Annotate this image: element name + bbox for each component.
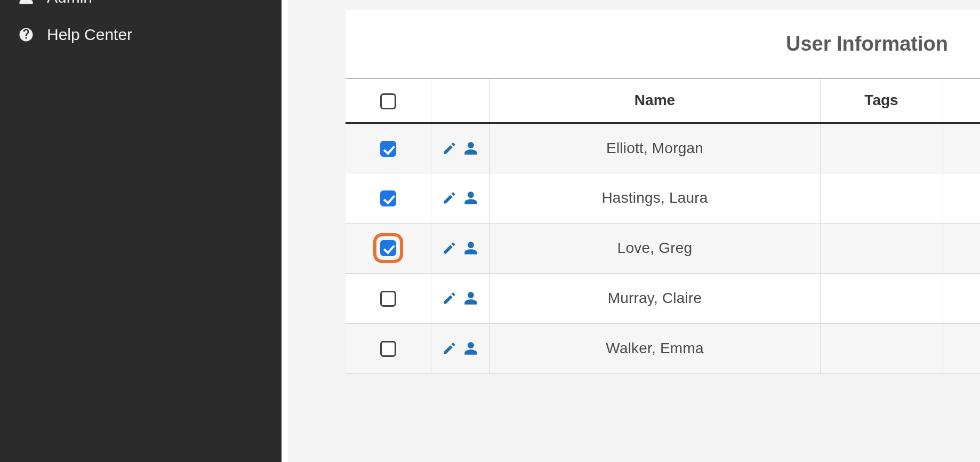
row-checkbox[interactable] bbox=[380, 190, 396, 206]
edit-icon[interactable] bbox=[442, 190, 457, 205]
edit-icon[interactable] bbox=[442, 141, 457, 156]
cell-name[interactable]: Walker, Emma bbox=[489, 323, 820, 373]
column-header-rest bbox=[943, 79, 980, 123]
cell-tags bbox=[820, 223, 943, 273]
cell-rest bbox=[943, 223, 980, 273]
column-header-actions bbox=[431, 79, 489, 123]
checkbox-highlight-ring bbox=[373, 233, 403, 263]
table-row: Hastings, Laura bbox=[346, 173, 980, 223]
table-header-row: Name Tags bbox=[346, 79, 980, 123]
help-icon bbox=[18, 27, 34, 43]
user-icon[interactable] bbox=[463, 291, 478, 306]
cell-rest bbox=[943, 323, 980, 373]
user-icon[interactable] bbox=[463, 341, 478, 356]
column-header-name[interactable]: Name bbox=[489, 79, 820, 123]
cell-tags bbox=[820, 323, 943, 373]
user-icon bbox=[18, 0, 34, 5]
cell-actions bbox=[431, 173, 489, 223]
table-row: Murray, Claire bbox=[346, 273, 980, 323]
cell-tags bbox=[820, 123, 943, 173]
column-header-tags[interactable]: Tags bbox=[820, 79, 943, 123]
panel-header: User Information bbox=[346, 10, 980, 79]
cell-tags bbox=[820, 273, 943, 323]
divider bbox=[282, 0, 288, 462]
cell-actions bbox=[431, 273, 489, 323]
cell-name[interactable]: Elliott, Morgan bbox=[489, 123, 820, 173]
cell-actions bbox=[431, 123, 489, 173]
sidebar-item-admin[interactable]: Admin bbox=[0, 0, 282, 16]
column-header-select bbox=[346, 79, 431, 123]
sidebar-item-help-center[interactable]: Help Center bbox=[0, 16, 282, 53]
cell-select bbox=[346, 123, 431, 173]
select-all-checkbox[interactable] bbox=[380, 93, 396, 109]
cell-select bbox=[346, 323, 431, 373]
sidebar-item-label: Admin bbox=[47, 0, 92, 6]
cell-tags bbox=[820, 173, 943, 223]
cell-actions bbox=[431, 223, 489, 273]
table-row: Love, Greg bbox=[346, 223, 980, 273]
table-row: Walker, Emma bbox=[346, 323, 980, 373]
row-checkbox[interactable] bbox=[380, 141, 396, 157]
user-icon[interactable] bbox=[463, 190, 478, 205]
user-info-panel: User Information Name Tags bbox=[346, 10, 980, 374]
cell-name[interactable]: Murray, Claire bbox=[489, 273, 820, 323]
sidebar-item-label: Help Center bbox=[47, 26, 132, 44]
row-checkbox[interactable] bbox=[380, 341, 396, 357]
cell-rest bbox=[943, 123, 980, 173]
cell-select bbox=[346, 223, 431, 273]
user-icon[interactable] bbox=[463, 141, 478, 156]
panel-title: User Information bbox=[786, 33, 948, 55]
cell-actions bbox=[431, 323, 489, 373]
row-checkbox[interactable] bbox=[380, 291, 396, 307]
edit-icon[interactable] bbox=[442, 291, 457, 306]
main-content: User Information Name Tags bbox=[288, 0, 980, 462]
row-checkbox[interactable] bbox=[380, 240, 396, 256]
cell-select bbox=[346, 273, 431, 323]
table-row: Elliott, Morgan bbox=[346, 123, 980, 173]
sidebar: Admin Help Center bbox=[0, 0, 282, 462]
cell-select bbox=[346, 173, 431, 223]
cell-name[interactable]: Love, Greg bbox=[489, 223, 820, 273]
cell-name[interactable]: Hastings, Laura bbox=[489, 173, 820, 223]
cell-rest bbox=[943, 273, 980, 323]
user-icon[interactable] bbox=[463, 241, 478, 256]
edit-icon[interactable] bbox=[442, 241, 457, 256]
user-table: Name Tags bbox=[346, 79, 980, 374]
edit-icon[interactable] bbox=[442, 341, 457, 356]
cell-rest bbox=[943, 173, 980, 223]
